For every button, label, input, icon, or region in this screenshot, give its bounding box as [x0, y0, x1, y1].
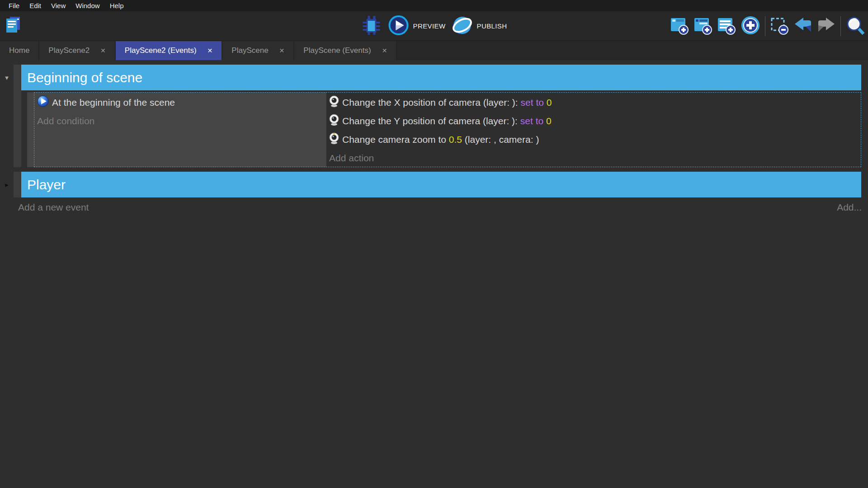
editor-tab-bar: Home PlayScene2 ✕ PlayScene2 (Events) ✕ …: [0, 41, 868, 60]
add-event-button[interactable]: [670, 16, 689, 36]
add-comment-button[interactable]: [717, 16, 736, 36]
conditions-column: At the beginning of the scene Add condit…: [27, 92, 326, 167]
tab-playscene2[interactable]: PlayScene2 ✕: [39, 41, 115, 60]
collapse-caret-icon[interactable]: ▾: [5, 65, 9, 90]
redo-icon: [817, 16, 836, 36]
add-other-event-button[interactable]: [741, 15, 760, 37]
publish-button[interactable]: PUBLISH: [452, 15, 507, 37]
action-value: 0.5: [449, 134, 462, 145]
tab-close-icon[interactable]: ✕: [100, 47, 106, 54]
actions-column: Change the X position of camera (layer: …: [326, 92, 861, 167]
tab-close-icon[interactable]: ✕: [279, 47, 285, 54]
project-manager-button[interactable]: [4, 16, 22, 36]
undo-button[interactable]: [793, 16, 812, 36]
add-circle-icon: [741, 15, 760, 37]
event-group-beginning-of-scene: ▾ Beginning of scene: [0, 65, 868, 167]
project-manager-icon: [4, 16, 22, 36]
menu-item-edit[interactable]: Edit: [24, 0, 46, 11]
scene-start-icon: [37, 95, 49, 109]
action-value: 0: [544, 97, 552, 108]
action-row-camera-x[interactable]: Change the X position of camera (layer: …: [329, 93, 861, 112]
redo-button[interactable]: [817, 16, 836, 36]
add-comment-icon: [717, 16, 736, 36]
group-header-beginning-of-scene[interactable]: Beginning of scene: [21, 65, 861, 90]
delete-selection-icon: [770, 16, 789, 36]
search-button[interactable]: [845, 15, 865, 37]
menu-item-window[interactable]: Window: [71, 0, 104, 11]
menu-item-view[interactable]: View: [46, 0, 71, 11]
menu-bar: File Edit View Window Help: [0, 0, 868, 11]
tab-label: PlayScene2 (Events): [125, 46, 197, 55]
action-text: Change camera zoom to: [342, 134, 449, 145]
add-subevent-button[interactable]: [693, 16, 712, 36]
event-drag-handle: [14, 172, 21, 197]
action-value: 0: [543, 116, 552, 127]
group-header-player[interactable]: Player: [21, 172, 861, 197]
delete-selection-button[interactable]: [770, 16, 789, 36]
event-group-player: ▸ Player: [0, 172, 868, 197]
caret-column: ▸: [0, 172, 14, 197]
debugger-icon: [361, 15, 382, 37]
events-footer: Add a new event Add...: [18, 202, 862, 213]
toolbar-separator: [765, 16, 765, 36]
toolbar-center: PREVIEW PUBLISH: [361, 15, 507, 37]
preview-play-icon: [388, 15, 409, 37]
tab-label: PlayScene2: [48, 46, 90, 55]
tab-label: PlayScene: [231, 46, 268, 55]
event-drag-handle: [14, 65, 21, 167]
expand-caret-icon[interactable]: ▸: [5, 172, 9, 197]
add-new-event-button[interactable]: Add a new event: [18, 202, 89, 213]
action-text: Change the X position of camera (layer: …: [342, 97, 521, 108]
camera-zoom-icon: [329, 132, 339, 147]
action-text: (layer: , camera: ): [462, 134, 539, 145]
action-operator: set to: [521, 97, 544, 108]
menu-item-help[interactable]: Help: [105, 0, 129, 11]
condition-text: At the beginning of the scene: [52, 97, 175, 108]
tab-close-icon[interactable]: ✕: [208, 47, 213, 54]
action-row-camera-zoom[interactable]: Change camera zoom to 0.5 (layer: , came…: [329, 130, 861, 149]
publish-label: PUBLISH: [476, 22, 507, 30]
add-subevent-icon: [693, 16, 712, 36]
event-body: At the beginning of the scene Add condit…: [27, 92, 861, 167]
search-icon: [845, 15, 865, 37]
events-sheet: ▾ Beginning of scene: [0, 60, 868, 213]
action-row-camera-y[interactable]: Change the Y position of camera (layer: …: [329, 112, 861, 130]
preview-label: PREVIEW: [413, 22, 446, 30]
action-operator: set to: [520, 116, 543, 127]
condition-row[interactable]: At the beginning of the scene: [27, 93, 326, 112]
tab-label: Home: [9, 46, 29, 55]
caret-column: ▾: [0, 65, 14, 167]
add-action-button[interactable]: Add action: [329, 149, 861, 167]
tab-label: PlayScene (Events): [303, 46, 371, 55]
debugger-button[interactable]: [361, 15, 382, 37]
publish-sphere-icon: [452, 15, 472, 37]
undo-icon: [793, 16, 812, 36]
add-more-button[interactable]: Add...: [837, 202, 862, 213]
menu-item-file[interactable]: File: [4, 0, 24, 11]
tab-close-icon[interactable]: ✕: [382, 47, 387, 54]
preview-button[interactable]: PREVIEW: [388, 15, 446, 37]
tab-playscene[interactable]: PlayScene ✕: [222, 41, 294, 60]
toolbar-right: [670, 11, 865, 41]
add-condition-button[interactable]: Add condition: [27, 112, 326, 130]
tab-playscene-events[interactable]: PlayScene (Events) ✕: [294, 41, 397, 60]
action-text: Change the Y position of camera (layer: …: [342, 116, 520, 127]
add-event-icon: [670, 16, 689, 36]
camera-icon: [329, 113, 339, 128]
camera-icon: [329, 95, 339, 110]
tab-playscene2-events[interactable]: PlayScene2 (Events) ✕: [116, 41, 222, 60]
tab-home[interactable]: Home: [0, 41, 39, 60]
toolbar-separator: [840, 16, 841, 36]
main-toolbar: PREVIEW PUBLISH: [0, 11, 868, 41]
